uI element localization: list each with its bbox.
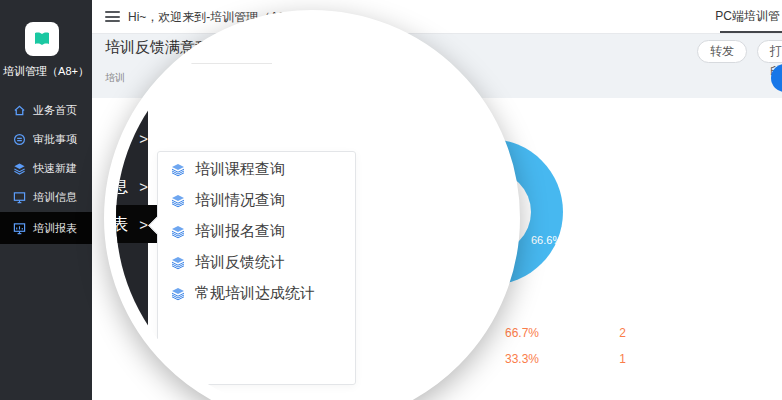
submenu-item-signup-query[interactable]: 培训报名查询 xyxy=(158,216,355,247)
submenu-item-label: 培训情况查询 xyxy=(195,191,285,210)
magnified-item-label: 信息 xyxy=(104,175,128,198)
legend-percent: 66.7% xyxy=(505,326,618,340)
chevron-right-icon: > xyxy=(139,130,148,147)
sidebar-item-label: 快速新建 xyxy=(33,161,77,176)
sidebar: 培训管理（A8+） 业务首页 审批事项 快速新建 xyxy=(0,0,92,400)
sidebar-item-label: 培训信息 xyxy=(33,190,77,205)
chevron-right-icon: > xyxy=(139,178,148,195)
legend-percent: 33.3% xyxy=(505,352,618,366)
page-sub-label: 培训 xyxy=(105,71,125,85)
submenu-item-label: 常规培训达成统计 xyxy=(195,284,315,303)
submenu-item-regular-achievement-stats[interactable]: 常规培训达成统计 xyxy=(158,278,355,309)
tab-pc-training[interactable]: PC端培训管 xyxy=(715,8,780,25)
sidebar-item-quick-create[interactable]: 快速新建 xyxy=(0,154,92,183)
forward-button[interactable]: 转发 xyxy=(697,40,747,63)
magnified-item-training-info[interactable]: 信息 > xyxy=(104,174,157,198)
slice-label-satisfied: 66.6% xyxy=(531,234,562,246)
magnifier-overlay: 建 > 信息 > 报表 > 培训课程查询 培训情况查询 培训报名查询 xyxy=(104,10,520,400)
chevron-right-icon: > xyxy=(139,216,148,233)
app-window: Hi~，欢迎来到-培训管理（A8+） PC端培训管 培训反馈满意程度统计 培训 … xyxy=(0,0,782,400)
book-icon xyxy=(32,29,52,49)
home-icon xyxy=(13,104,26,117)
hamburger-menu-icon[interactable] xyxy=(105,11,120,22)
submenu-item-label: 培训报名查询 xyxy=(195,222,285,241)
sidebar-item-training-report[interactable]: 培训报表 xyxy=(0,212,92,244)
sidebar-item-label: 审批事项 xyxy=(33,132,77,147)
submenu-popup: 培训课程查询 培训情况查询 培训报名查询 培训反馈统计 常规培训达成统计 xyxy=(157,151,356,385)
sidebar-nav: 业务首页 审批事项 快速新建 培训信息 xyxy=(0,96,92,244)
submenu-item-situation-query[interactable]: 培训情况查询 xyxy=(158,185,355,216)
layers-icon xyxy=(170,286,186,302)
sidebar-item-approval[interactable]: 审批事项 xyxy=(0,125,92,154)
layers-icon xyxy=(170,255,186,271)
sidebar-item-label: 培训报表 xyxy=(33,221,77,236)
sidebar-item-home[interactable]: 业务首页 xyxy=(0,96,92,125)
submenu-item-label: 培训课程查询 xyxy=(195,160,285,179)
legend-count: 1 xyxy=(618,352,626,366)
quick-create-icon xyxy=(13,162,26,175)
layers-icon xyxy=(170,193,186,209)
magnified-item-label: 报表 xyxy=(104,213,128,236)
submenu-item-label: 培训反馈统计 xyxy=(195,253,285,272)
app-name: 培训管理（A8+） xyxy=(0,64,92,79)
top-bar: Hi~，欢迎来到-培训管理（A8+） PC端培训管 xyxy=(92,0,782,34)
training-info-icon xyxy=(13,191,26,204)
layers-icon xyxy=(170,162,186,178)
layers-icon xyxy=(170,224,186,240)
app-logo[interactable] xyxy=(25,22,59,56)
submenu-item-feedback-stats[interactable]: 培训反馈统计 xyxy=(158,247,355,278)
legend-count: 2 xyxy=(618,326,626,340)
print-button[interactable]: 打印 xyxy=(757,40,782,63)
sidebar-item-training-info[interactable]: 培训信息 xyxy=(0,183,92,212)
training-report-icon xyxy=(13,222,26,235)
submenu-item-course-query[interactable]: 培训课程查询 xyxy=(158,154,355,185)
sidebar-item-label: 业务首页 xyxy=(33,103,77,118)
magnified-panel-edge xyxy=(162,63,272,64)
approval-icon xyxy=(13,133,26,146)
tab-active-underline xyxy=(720,31,782,33)
